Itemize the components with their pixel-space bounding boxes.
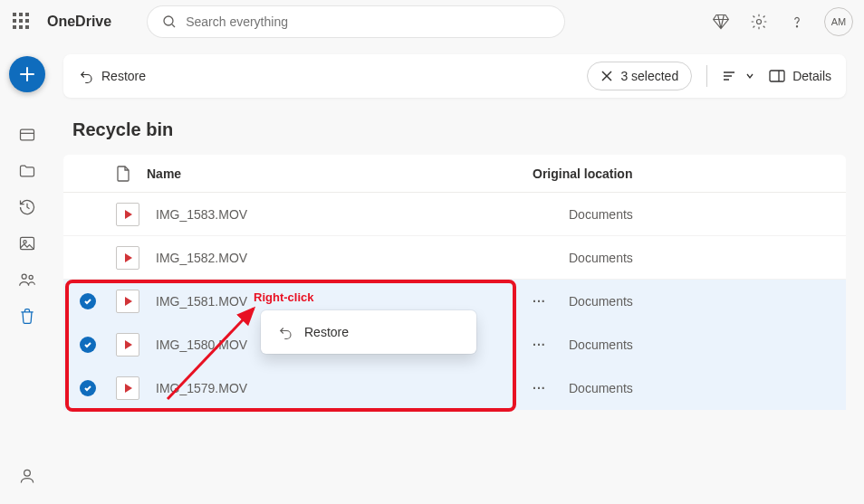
user-avatar[interactable]: AM <box>824 7 853 36</box>
table-header: Name Original location <box>63 155 846 193</box>
file-location: Documents <box>569 338 835 352</box>
svg-point-7 <box>24 241 26 243</box>
video-file-icon <box>116 333 139 357</box>
annotation-label: Right-click <box>254 290 313 304</box>
chevron-down-icon <box>745 71 754 81</box>
row-more-button[interactable]: ··· <box>533 381 569 395</box>
nav-recycle-bin-icon[interactable] <box>9 300 45 331</box>
restore-icon <box>78 68 94 84</box>
row-checkbox[interactable] <box>80 293 116 309</box>
search-box[interactable] <box>148 6 564 37</box>
command-bar: Restore 3 selected Details <box>63 54 846 98</box>
table-row[interactable]: IMG_1583.MOV ··· Documents <box>63 193 846 236</box>
svg-point-2 <box>757 20 762 24</box>
nav-photos-icon[interactable] <box>9 228 45 259</box>
file-name[interactable]: IMG_1581.MOV <box>156 294 533 309</box>
svg-point-8 <box>22 274 26 279</box>
file-location: Documents <box>569 251 835 265</box>
check-icon <box>83 384 92 393</box>
sort-icon <box>722 70 738 82</box>
file-type-header-icon[interactable] <box>116 166 130 182</box>
premium-icon[interactable] <box>710 11 732 33</box>
video-file-icon <box>116 203 139 226</box>
file-name[interactable]: IMG_1579.MOV <box>156 381 533 395</box>
table-row[interactable]: IMG_1582.MOV ··· Documents <box>63 236 846 280</box>
file-table: Name Original location IMG_1583.MOV ··· … <box>63 155 846 410</box>
file-location: Documents <box>569 294 835 309</box>
brand-name: OneDrive <box>47 14 111 30</box>
context-menu-restore-label: Restore <box>304 325 349 339</box>
restore-icon <box>277 324 293 340</box>
settings-icon[interactable] <box>748 11 770 33</box>
main-content: Restore 3 selected Details Recycle bin <box>54 43 864 504</box>
check-icon <box>83 297 92 306</box>
selection-pill[interactable]: 3 selected <box>587 62 692 90</box>
file-name[interactable]: IMG_1583.MOV <box>156 207 533 222</box>
svg-line-1 <box>172 24 175 27</box>
row-more-button[interactable]: ··· <box>533 338 569 352</box>
table-row[interactable]: IMG_1579.MOV ··· Documents <box>63 366 846 410</box>
divider <box>706 65 707 87</box>
check-icon <box>83 340 92 349</box>
row-more-button[interactable]: ··· <box>533 294 569 309</box>
file-name[interactable]: IMG_1582.MOV <box>156 251 533 265</box>
video-file-icon <box>116 376 139 400</box>
selection-count: 3 selected <box>620 69 678 83</box>
column-name-header[interactable]: Name <box>147 166 181 181</box>
svg-rect-16 <box>770 71 784 81</box>
svg-point-0 <box>164 16 173 25</box>
side-navigation <box>0 43 54 504</box>
help-icon[interactable] <box>786 11 808 33</box>
svg-point-9 <box>29 275 33 279</box>
row-checkbox[interactable] <box>80 337 116 353</box>
restore-label: Restore <box>101 69 146 83</box>
nav-shared-icon[interactable] <box>9 264 45 295</box>
context-menu: Restore <box>261 310 476 354</box>
plus-icon <box>19 66 35 82</box>
column-location-header[interactable]: Original location <box>533 166 835 181</box>
close-icon <box>600 70 613 82</box>
nav-account-icon[interactable] <box>9 461 45 491</box>
video-file-icon <box>116 290 139 313</box>
file-location: Documents <box>569 207 835 222</box>
file-location: Documents <box>569 381 835 395</box>
details-label: Details <box>792 69 831 83</box>
nav-home-icon[interactable] <box>9 119 45 150</box>
svg-rect-4 <box>21 129 34 140</box>
context-menu-restore[interactable]: Restore <box>266 316 471 348</box>
page-title: Recycle bin <box>72 119 846 140</box>
nav-files-icon[interactable] <box>9 156 45 186</box>
row-checkbox[interactable] <box>80 380 116 396</box>
app-launcher-icon[interactable] <box>11 11 33 33</box>
video-file-icon <box>116 246 139 270</box>
top-bar: OneDrive AM <box>0 0 864 43</box>
svg-point-10 <box>24 470 31 476</box>
top-right-actions: AM <box>710 7 853 36</box>
search-input[interactable] <box>186 14 550 29</box>
details-button[interactable]: Details <box>769 69 831 83</box>
restore-button[interactable]: Restore <box>78 68 146 84</box>
nav-recent-icon[interactable] <box>9 192 45 223</box>
details-icon <box>769 70 785 82</box>
sort-button[interactable] <box>722 70 754 82</box>
add-button[interactable] <box>9 56 45 92</box>
svg-point-3 <box>796 26 797 27</box>
search-icon <box>162 14 177 29</box>
